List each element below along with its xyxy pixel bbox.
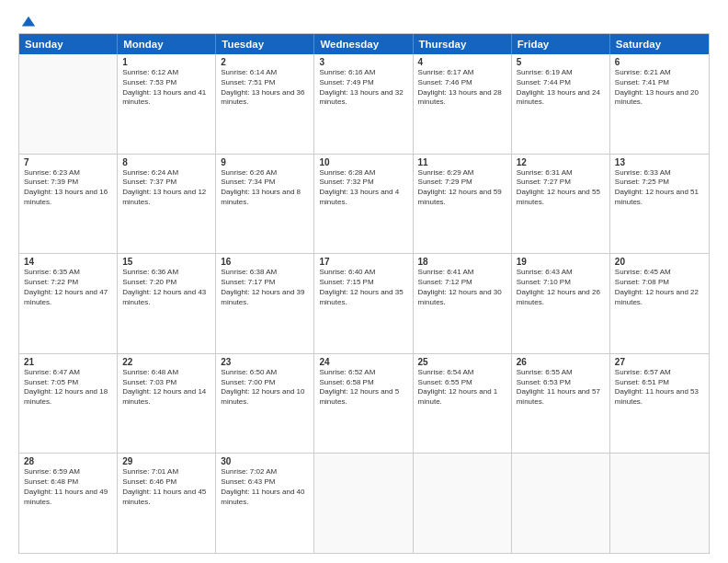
cell-info: Sunrise: 6:28 AM Sunset: 7:32 PM Dayligh… [319, 168, 407, 208]
day-number: 20 [615, 257, 704, 267]
calendar-cell: 28Sunrise: 6:59 AM Sunset: 6:48 PM Dayli… [19, 454, 118, 553]
calendar-cell [314, 454, 413, 553]
cell-info: Sunrise: 6:50 AM Sunset: 7:00 PM Dayligh… [221, 368, 309, 408]
cell-info: Sunrise: 6:35 AM Sunset: 7:22 PM Dayligh… [24, 268, 112, 307]
cell-info: Sunrise: 6:12 AM Sunset: 7:53 PM Dayligh… [122, 68, 210, 108]
day-number: 3 [319, 57, 407, 67]
cell-info: Sunrise: 6:48 AM Sunset: 7:03 PM Dayligh… [122, 368, 210, 408]
cell-info: Sunrise: 6:57 AM Sunset: 6:51 PM Dayligh… [615, 368, 704, 408]
day-number: 21 [24, 357, 112, 367]
cell-info: Sunrise: 6:23 AM Sunset: 7:39 PM Dayligh… [24, 168, 112, 208]
day-number: 15 [122, 257, 210, 267]
cell-info: Sunrise: 6:40 AM Sunset: 7:15 PM Dayligh… [319, 268, 407, 307]
calendar-cell: 6Sunrise: 6:21 AM Sunset: 7:41 PM Daylig… [610, 54, 709, 154]
calendar-body: 1Sunrise: 6:12 AM Sunset: 7:53 PM Daylig… [19, 54, 709, 553]
calendar-row-4: 28Sunrise: 6:59 AM Sunset: 6:48 PM Dayli… [19, 454, 709, 553]
calendar-cell: 19Sunrise: 6:43 AM Sunset: 7:10 PM Dayli… [512, 254, 610, 353]
calendar-cell: 15Sunrise: 6:36 AM Sunset: 7:20 PM Dayli… [118, 254, 216, 353]
header-cell-friday: Friday [512, 34, 610, 54]
calendar-cell: 29Sunrise: 7:01 AM Sunset: 6:46 PM Dayli… [118, 454, 216, 553]
calendar-cell: 27Sunrise: 6:57 AM Sunset: 6:51 PM Dayli… [610, 354, 709, 454]
cell-info: Sunrise: 6:31 AM Sunset: 7:27 PM Dayligh… [517, 168, 605, 208]
calendar: SundayMondayTuesdayWednesdayThursdayFrid… [18, 33, 710, 554]
calendar-cell [610, 454, 709, 553]
cell-info: Sunrise: 6:24 AM Sunset: 7:37 PM Dayligh… [122, 168, 210, 208]
day-number: 16 [221, 257, 309, 267]
cell-info: Sunrise: 6:36 AM Sunset: 7:20 PM Dayligh… [122, 268, 210, 307]
day-number: 5 [517, 57, 605, 67]
calendar-cell: 16Sunrise: 6:38 AM Sunset: 7:17 PM Dayli… [216, 254, 314, 353]
calendar-cell [19, 54, 118, 154]
calendar-cell: 8Sunrise: 6:24 AM Sunset: 7:37 PM Daylig… [118, 155, 216, 254]
calendar-row-3: 21Sunrise: 6:47 AM Sunset: 7:05 PM Dayli… [19, 354, 709, 454]
calendar-cell: 9Sunrise: 6:26 AM Sunset: 7:34 PM Daylig… [216, 155, 314, 254]
cell-info: Sunrise: 6:54 AM Sunset: 6:55 PM Dayligh… [418, 368, 506, 408]
calendar-cell: 26Sunrise: 6:55 AM Sunset: 6:53 PM Dayli… [512, 354, 610, 454]
header [18, 15, 710, 28]
day-number: 1 [122, 57, 210, 67]
header-cell-saturday: Saturday [610, 34, 709, 54]
day-number: 9 [221, 157, 309, 167]
day-number: 12 [517, 157, 605, 167]
day-number: 30 [221, 456, 309, 466]
header-cell-tuesday: Tuesday [216, 34, 314, 54]
logo-icon [20, 15, 37, 31]
cell-info: Sunrise: 6:26 AM Sunset: 7:34 PM Dayligh… [221, 168, 309, 208]
cell-info: Sunrise: 6:19 AM Sunset: 7:44 PM Dayligh… [517, 68, 605, 108]
day-number: 17 [319, 257, 407, 267]
calendar-cell: 2Sunrise: 6:14 AM Sunset: 7:51 PM Daylig… [216, 54, 314, 154]
day-number: 25 [418, 357, 506, 367]
calendar-row-1: 7Sunrise: 6:23 AM Sunset: 7:39 PM Daylig… [19, 155, 709, 255]
day-number: 7 [24, 157, 112, 167]
cell-info: Sunrise: 6:45 AM Sunset: 7:08 PM Dayligh… [615, 268, 704, 307]
calendar-header: SundayMondayTuesdayWednesdayThursdayFrid… [19, 34, 709, 54]
calendar-cell: 13Sunrise: 6:33 AM Sunset: 7:25 PM Dayli… [610, 155, 709, 254]
logo [18, 15, 37, 28]
calendar-cell: 11Sunrise: 6:29 AM Sunset: 7:29 PM Dayli… [414, 155, 512, 254]
day-number: 8 [122, 157, 210, 167]
header-cell-wednesday: Wednesday [314, 34, 413, 54]
day-number: 18 [418, 257, 506, 267]
day-number: 19 [517, 257, 605, 267]
calendar-cell: 14Sunrise: 6:35 AM Sunset: 7:22 PM Dayli… [19, 254, 118, 353]
calendar-cell: 24Sunrise: 6:52 AM Sunset: 6:58 PM Dayli… [314, 354, 413, 454]
cell-info: Sunrise: 6:33 AM Sunset: 7:25 PM Dayligh… [615, 168, 704, 208]
calendar-cell: 22Sunrise: 6:48 AM Sunset: 7:03 PM Dayli… [118, 354, 216, 454]
cell-info: Sunrise: 6:16 AM Sunset: 7:49 PM Dayligh… [319, 68, 407, 108]
cell-info: Sunrise: 6:17 AM Sunset: 7:46 PM Dayligh… [418, 68, 506, 108]
cell-info: Sunrise: 7:01 AM Sunset: 6:46 PM Dayligh… [122, 467, 210, 507]
day-number: 6 [615, 57, 704, 67]
day-number: 10 [319, 157, 407, 167]
cell-info: Sunrise: 6:38 AM Sunset: 7:17 PM Dayligh… [221, 268, 309, 307]
calendar-cell: 12Sunrise: 6:31 AM Sunset: 7:27 PM Dayli… [512, 155, 610, 254]
day-number: 13 [615, 157, 704, 167]
day-number: 24 [319, 357, 407, 367]
cell-info: Sunrise: 6:14 AM Sunset: 7:51 PM Dayligh… [221, 68, 309, 108]
calendar-cell: 25Sunrise: 6:54 AM Sunset: 6:55 PM Dayli… [414, 354, 512, 454]
calendar-cell: 21Sunrise: 6:47 AM Sunset: 7:05 PM Dayli… [19, 354, 118, 454]
day-number: 29 [122, 456, 210, 466]
day-number: 27 [615, 357, 704, 367]
day-number: 26 [517, 357, 605, 367]
cell-info: Sunrise: 6:59 AM Sunset: 6:48 PM Dayligh… [24, 467, 112, 507]
calendar-cell [414, 454, 512, 553]
header-cell-thursday: Thursday [414, 34, 512, 54]
calendar-cell: 10Sunrise: 6:28 AM Sunset: 7:32 PM Dayli… [314, 155, 413, 254]
calendar-cell: 4Sunrise: 6:17 AM Sunset: 7:46 PM Daylig… [414, 54, 512, 154]
day-number: 2 [221, 57, 309, 67]
day-number: 14 [24, 257, 112, 267]
day-number: 11 [418, 157, 506, 167]
calendar-cell: 5Sunrise: 6:19 AM Sunset: 7:44 PM Daylig… [512, 54, 610, 154]
calendar-cell: 23Sunrise: 6:50 AM Sunset: 7:00 PM Dayli… [216, 354, 314, 454]
calendar-cell: 17Sunrise: 6:40 AM Sunset: 7:15 PM Dayli… [314, 254, 413, 353]
cell-info: Sunrise: 7:02 AM Sunset: 6:43 PM Dayligh… [221, 467, 309, 507]
header-cell-monday: Monday [118, 34, 216, 54]
cell-info: Sunrise: 6:29 AM Sunset: 7:29 PM Dayligh… [418, 168, 506, 208]
calendar-row-2: 14Sunrise: 6:35 AM Sunset: 7:22 PM Dayli… [19, 254, 709, 354]
cell-info: Sunrise: 6:52 AM Sunset: 6:58 PM Dayligh… [319, 368, 407, 408]
page: SundayMondayTuesdayWednesdayThursdayFrid… [0, 0, 728, 563]
calendar-row-0: 1Sunrise: 6:12 AM Sunset: 7:53 PM Daylig… [19, 54, 709, 155]
calendar-cell: 18Sunrise: 6:41 AM Sunset: 7:12 PM Dayli… [414, 254, 512, 353]
day-number: 4 [418, 57, 506, 67]
cell-info: Sunrise: 6:41 AM Sunset: 7:12 PM Dayligh… [418, 268, 506, 307]
